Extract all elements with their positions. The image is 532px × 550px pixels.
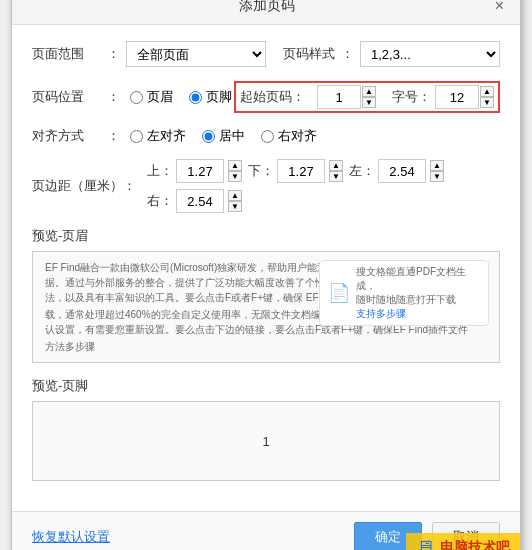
margin-left-label: 左： — [349, 162, 375, 180]
page-style-label: 页码样式 — [283, 45, 335, 63]
preview-footer-page-num: 1 — [262, 434, 269, 449]
margin-top-down[interactable]: ▼ — [228, 171, 242, 182]
margins-label: 页边距（厘米）： — [32, 177, 147, 195]
margin-bottom-up[interactable]: ▲ — [329, 160, 343, 171]
margin-right-down[interactable]: ▼ — [228, 201, 242, 212]
position-header-label: 页眉 — [147, 88, 173, 106]
page-style-select[interactable]: 1,2,3... i,ii,iii... I,II,III... a,b,c..… — [360, 41, 500, 67]
start-page-label: 起始页码： — [240, 88, 305, 106]
preview-header-section: 预览-页眉 EF Find融合一款由微软公司(Microsoft)独家研发，帮助… — [32, 227, 500, 363]
margin-left-down[interactable]: ▼ — [430, 171, 444, 182]
margin-bottom-spinners: ▲ ▼ — [329, 160, 343, 182]
page-range-select[interactable]: 全部页面 奇数页 偶数页 自定义 — [126, 41, 266, 67]
promo-badge: 📄 搜文格能直通PDF文档生成， 随时随地随意打开下载 支持多步骤 — [319, 260, 489, 326]
margin-top-label: 上： — [147, 162, 173, 180]
promo-pdf-icon: 📄 — [328, 282, 350, 304]
margin-bottom-label: 下： — [248, 162, 274, 180]
row-position: 页码位置 ： 页眉 页脚 ➜ 起始页码： — [32, 81, 500, 113]
font-size-up-btn[interactable]: ▲ — [480, 86, 494, 97]
page-style-colon: ： — [341, 45, 354, 63]
position-header-item[interactable]: 页眉 — [130, 88, 173, 106]
close-button[interactable]: × — [491, 0, 508, 16]
row-page-range-style: 页面范围 ： 全部页面 奇数页 偶数页 自定义 页码样式 ： 1,2,3... … — [32, 41, 500, 67]
margin-top-spinners: ▲ ▼ — [228, 160, 242, 182]
margin-right-spinners: ▲ ▼ — [228, 190, 242, 212]
alignment-label: 对齐方式 — [32, 127, 107, 145]
align-right-item[interactable]: 右对齐 — [261, 127, 317, 145]
start-page-input[interactable] — [317, 85, 361, 109]
margin-left-up[interactable]: ▲ — [430, 160, 444, 171]
row-margins: 页边距（厘米）： 上： ▲ ▼ 下： ▲ ▼ — [32, 159, 500, 213]
margin-right-up[interactable]: ▲ — [228, 190, 242, 201]
preview-footer-section: 预览-页脚 1 — [32, 377, 500, 481]
alignment-radio-group: 左对齐 居中 右对齐 — [130, 127, 317, 145]
position-label: 页码位置 — [32, 88, 107, 106]
font-size-input[interactable] — [435, 85, 479, 109]
font-size-label: 字号： — [392, 88, 431, 106]
font-size-down-btn[interactable]: ▼ — [480, 97, 494, 108]
margin-inputs: 上： ▲ ▼ 下： ▲ ▼ 左： — [147, 159, 500, 213]
reset-button[interactable]: 恢复默认设置 — [32, 528, 110, 546]
margin-left-item: 左： ▲ ▼ — [349, 159, 444, 183]
watermark-icon: 🖥 — [416, 537, 434, 550]
margin-left-input[interactable] — [378, 159, 426, 183]
align-center-radio[interactable] — [202, 130, 215, 143]
preview-footer-label: 预览-页脚 — [32, 377, 500, 395]
margin-bottom-input[interactable] — [277, 159, 325, 183]
dialog-footer: 恢复默认设置 确定 取消 🖥 电脑技术吧 — [12, 511, 520, 550]
margin-top-item: 上： ▲ ▼ — [147, 159, 242, 183]
align-left-label: 左对齐 — [147, 127, 186, 145]
watermark-overlay: 🖥 电脑技术吧 — [406, 533, 520, 550]
align-left-item[interactable]: 左对齐 — [130, 127, 186, 145]
margin-top-up[interactable]: ▲ — [228, 160, 242, 171]
titlebar: 添加页码 × — [12, 0, 520, 25]
alignment-colon: ： — [107, 127, 120, 145]
align-left-radio[interactable] — [130, 130, 143, 143]
position-footer-label: 页脚 — [206, 88, 232, 106]
preview-footer-link: 方法多步骤 — [45, 339, 487, 354]
margin-right-input[interactable] — [176, 189, 224, 213]
align-right-label: 右对齐 — [278, 127, 317, 145]
start-page-spinners: ▲ ▼ — [362, 86, 376, 108]
promo-text-block: 搜文格能直通PDF文档生成， 随时随地随意打开下载 支持多步骤 — [356, 265, 480, 321]
row-alignment: 对齐方式 ： 左对齐 居中 右对齐 — [32, 127, 500, 145]
margin-left-spinners: ▲ ▼ — [430, 160, 444, 182]
position-colon: ： — [107, 88, 120, 106]
preview-footer-box: 1 — [32, 401, 500, 481]
start-page-input-group: ▲ ▼ — [317, 85, 376, 109]
font-size-group: 字号： ▲ ▼ — [392, 85, 494, 109]
margin-top-input[interactable] — [176, 159, 224, 183]
dialog: 添加页码 × 页面范围 ： 全部页面 奇数页 偶数页 自定义 页码样式 ： 1,… — [11, 0, 521, 550]
watermark-text: 电脑技术吧 — [440, 539, 510, 551]
position-radio-group: 页眉 页脚 — [130, 88, 232, 106]
preview-header-box: EF Find融合一款由微软公司(Microsoft)独家研发，帮助用户能通过大… — [32, 251, 500, 363]
position-header-radio[interactable] — [130, 91, 143, 104]
margin-right-item: 右： ▲ ▼ — [147, 189, 242, 213]
preview-header-label: 预览-页眉 — [32, 227, 500, 245]
margin-bottom-item: 下： ▲ ▼ — [248, 159, 343, 183]
dialog-body: 页面范围 ： 全部页面 奇数页 偶数页 自定义 页码样式 ： 1,2,3... … — [12, 25, 520, 511]
align-center-label: 居中 — [219, 127, 245, 145]
align-center-item[interactable]: 居中 — [202, 127, 245, 145]
margin-bottom-down[interactable]: ▼ — [329, 171, 343, 182]
start-page-down-btn[interactable]: ▼ — [362, 97, 376, 108]
promo-text-line1: 搜文格能直通PDF文档生成， — [356, 265, 480, 293]
promo-text-line2: 随时随地随意打开下载 — [356, 293, 480, 307]
page-style-group: 页码样式 ： 1,2,3... i,ii,iii... I,II,III... … — [283, 41, 500, 67]
promo-link[interactable]: 支持多步骤 — [356, 307, 480, 321]
position-footer-radio[interactable] — [189, 91, 202, 104]
start-page-box: ➜ 起始页码： ▲ ▼ 字号： ▲ — [234, 81, 500, 113]
page-range-label: 页面范围 — [32, 45, 107, 63]
font-size-input-group: ▲ ▼ — [435, 85, 494, 109]
align-right-radio[interactable] — [261, 130, 274, 143]
margin-right-label: 右： — [147, 192, 173, 210]
page-range-colon: ： — [107, 45, 120, 63]
start-page-up-btn[interactable]: ▲ — [362, 86, 376, 97]
font-size-spinners: ▲ ▼ — [480, 86, 494, 108]
position-footer-item[interactable]: 页脚 — [189, 88, 232, 106]
start-font-group: ➜ 起始页码： ▲ ▼ 字号： ▲ — [234, 81, 500, 113]
dialog-title: 添加页码 — [44, 0, 491, 15]
